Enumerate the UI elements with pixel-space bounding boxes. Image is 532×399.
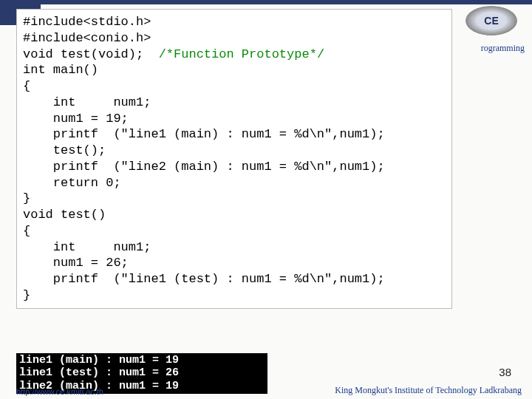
footer-url: http://www.ce.kmitl.ac.th	[16, 387, 103, 396]
code-line: return 0;	[23, 176, 121, 190]
code-line: #include<stdio.h>	[23, 15, 151, 29]
code-line: #include<conio.h>	[23, 31, 151, 45]
code-line: void test(void);	[23, 47, 159, 61]
code-comment: /*Function Prototype*/	[159, 47, 324, 61]
code-line: }	[23, 288, 30, 302]
code-line: {	[23, 79, 30, 93]
page-number: 38	[499, 366, 511, 378]
footer-institution: King Mongkut's Institute of Technology L…	[335, 385, 522, 396]
code-line: test();	[23, 143, 106, 157]
ce-logo	[466, 6, 517, 35]
code-line: printf ("line1 (test) : num1 = %d\n",num…	[23, 272, 385, 286]
code-line: {	[23, 224, 30, 238]
code-line: int num1;	[23, 240, 151, 254]
code-line: printf ("line2 (main) : num1 = %d\n",num…	[23, 160, 385, 174]
code-line: int num1;	[23, 95, 151, 109]
output-line: line1 (test) : num1 = 26	[19, 366, 179, 379]
output-line: line1 (main) : num1 = 19	[19, 354, 179, 366]
code-line: int main()	[23, 63, 98, 77]
code-listing: #include<stdio.h> #include<conio.h> void…	[16, 9, 452, 309]
header-partial-text: rogramming	[481, 43, 525, 54]
code-line: }	[23, 191, 30, 205]
code-line: printf ("line1 (main) : num1 = %d\n",num…	[23, 127, 385, 141]
top-bar	[0, 0, 532, 4]
code-line: void test()	[23, 208, 106, 222]
code-line: num1 = 26;	[23, 256, 129, 270]
code-line: num1 = 19;	[23, 112, 129, 126]
